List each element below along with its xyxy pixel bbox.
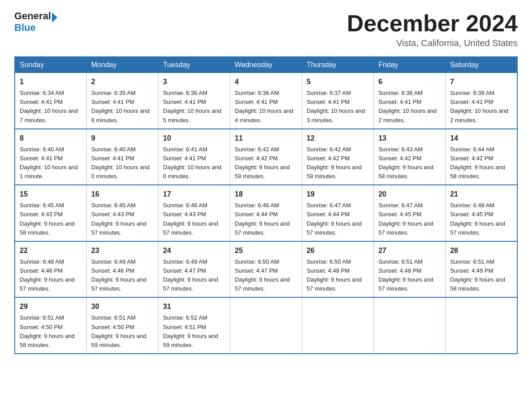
- table-row: 7 Sunrise: 6:39 AMSunset: 4:41 PMDayligh…: [446, 73, 517, 129]
- day-info: Sunrise: 6:35 AMSunset: 4:41 PMDaylight:…: [91, 90, 150, 123]
- calendar-table: Sunday Monday Tuesday Wednesday Thursday…: [14, 56, 518, 354]
- table-row: 19 Sunrise: 6:47 AMSunset: 4:44 PMDaylig…: [302, 185, 373, 241]
- day-info: Sunrise: 6:45 AMSunset: 4:43 PMDaylight:…: [20, 202, 75, 235]
- table-row: 22 Sunrise: 6:48 AMSunset: 4:46 PMDaylig…: [15, 241, 86, 298]
- day-number: 3: [163, 77, 225, 87]
- table-row: [230, 297, 302, 354]
- table-row: 30 Sunrise: 6:51 AMSunset: 4:50 PMDaylig…: [86, 297, 158, 354]
- table-row: 27 Sunrise: 6:51 AMSunset: 4:48 PMDaylig…: [373, 241, 445, 298]
- day-info: Sunrise: 6:51 AMSunset: 4:48 PMDaylight:…: [378, 258, 433, 292]
- month-title: December 2024: [347, 11, 518, 36]
- day-info: Sunrise: 6:47 AMSunset: 4:45 PMDaylight:…: [378, 202, 433, 235]
- day-number: 16: [91, 189, 154, 200]
- table-row: 29 Sunrise: 6:51 AMSunset: 4:50 PMDaylig…: [15, 297, 86, 354]
- table-row: 16 Sunrise: 6:45 AMSunset: 4:43 PMDaylig…: [86, 185, 158, 241]
- logo: General Blue: [14, 11, 57, 33]
- location-subtitle: Vista, California, United States: [347, 38, 518, 48]
- day-info: Sunrise: 6:51 AMSunset: 4:49 PMDaylight:…: [450, 258, 505, 292]
- day-number: 9: [91, 133, 154, 144]
- day-number: 30: [91, 301, 154, 312]
- table-row: 10 Sunrise: 6:41 AMSunset: 4:41 PMDaylig…: [159, 129, 230, 185]
- day-info: Sunrise: 6:46 AMSunset: 4:43 PMDaylight:…: [163, 202, 218, 235]
- calendar-week-row: 1 Sunrise: 6:34 AMSunset: 4:41 PMDayligh…: [15, 73, 517, 129]
- day-number: 4: [235, 77, 297, 87]
- day-info: Sunrise: 6:51 AMSunset: 4:50 PMDaylight:…: [91, 314, 146, 348]
- day-number: 14: [450, 133, 512, 144]
- day-info: Sunrise: 6:46 AMSunset: 4:44 PMDaylight:…: [235, 202, 290, 235]
- header-sunday: Sunday: [15, 57, 86, 73]
- header: General Blue December 2024 Vista, Califo…: [14, 11, 518, 48]
- table-row: 15 Sunrise: 6:45 AMSunset: 4:43 PMDaylig…: [15, 185, 86, 241]
- day-info: Sunrise: 6:41 AMSunset: 4:41 PMDaylight:…: [163, 146, 221, 180]
- day-info: Sunrise: 6:34 AMSunset: 4:41 PMDaylight:…: [20, 90, 78, 123]
- table-row: 13 Sunrise: 6:43 AMSunset: 4:42 PMDaylig…: [373, 129, 445, 185]
- day-number: 15: [20, 189, 82, 200]
- table-row: 26 Sunrise: 6:50 AMSunset: 4:48 PMDaylig…: [302, 241, 373, 298]
- day-info: Sunrise: 6:39 AMSunset: 4:41 PMDaylight:…: [450, 90, 508, 123]
- table-row: [373, 297, 445, 354]
- day-info: Sunrise: 6:36 AMSunset: 4:41 PMDaylight:…: [163, 90, 221, 123]
- day-info: Sunrise: 6:43 AMSunset: 4:42 PMDaylight:…: [378, 146, 433, 180]
- day-info: Sunrise: 6:50 AMSunset: 4:48 PMDaylight:…: [307, 258, 362, 292]
- table-row: 2 Sunrise: 6:35 AMSunset: 4:41 PMDayligh…: [86, 73, 158, 129]
- header-tuesday: Tuesday: [159, 57, 230, 73]
- day-number: 13: [378, 133, 441, 144]
- day-number: 31: [163, 301, 225, 312]
- day-number: 8: [20, 133, 82, 144]
- day-number: 29: [20, 301, 82, 312]
- day-info: Sunrise: 6:52 AMSunset: 4:51 PMDaylight:…: [163, 314, 218, 348]
- table-row: 5 Sunrise: 6:37 AMSunset: 4:41 PMDayligh…: [302, 73, 373, 129]
- header-saturday: Saturday: [446, 57, 517, 73]
- table-row: 8 Sunrise: 6:40 AMSunset: 4:41 PMDayligh…: [15, 129, 86, 185]
- table-row: 17 Sunrise: 6:46 AMSunset: 4:43 PMDaylig…: [159, 185, 230, 241]
- day-number: 6: [378, 77, 441, 87]
- day-info: Sunrise: 6:40 AMSunset: 4:41 PMDaylight:…: [91, 146, 150, 180]
- day-number: 20: [378, 189, 441, 200]
- day-number: 28: [450, 245, 512, 256]
- day-info: Sunrise: 6:36 AMSunset: 4:41 PMDaylight:…: [235, 90, 293, 123]
- table-row: 4 Sunrise: 6:36 AMSunset: 4:41 PMDayligh…: [230, 73, 302, 129]
- logo-blue: Blue: [14, 22, 36, 33]
- table-row: 21 Sunrise: 6:48 AMSunset: 4:45 PMDaylig…: [446, 185, 517, 241]
- day-info: Sunrise: 6:44 AMSunset: 4:42 PMDaylight:…: [450, 146, 505, 180]
- day-number: 5: [307, 77, 369, 87]
- table-row: 6 Sunrise: 6:38 AMSunset: 4:41 PMDayligh…: [373, 73, 445, 129]
- logo-arrow-icon: [52, 13, 57, 22]
- day-info: Sunrise: 6:42 AMSunset: 4:42 PMDaylight:…: [235, 146, 290, 180]
- header-wednesday: Wednesday: [230, 57, 302, 73]
- day-number: 27: [378, 245, 441, 256]
- day-number: 12: [307, 133, 369, 144]
- day-number: 18: [235, 189, 297, 200]
- table-row: 24 Sunrise: 6:49 AMSunset: 4:47 PMDaylig…: [159, 241, 230, 298]
- day-info: Sunrise: 6:42 AMSunset: 4:42 PMDaylight:…: [307, 146, 362, 180]
- day-info: Sunrise: 6:47 AMSunset: 4:44 PMDaylight:…: [307, 202, 362, 235]
- calendar-week-row: 8 Sunrise: 6:40 AMSunset: 4:41 PMDayligh…: [15, 129, 517, 185]
- table-row: 12 Sunrise: 6:42 AMSunset: 4:42 PMDaylig…: [302, 129, 373, 185]
- day-number: 19: [307, 189, 369, 200]
- table-row: 9 Sunrise: 6:40 AMSunset: 4:41 PMDayligh…: [86, 129, 158, 185]
- day-number: 26: [307, 245, 369, 256]
- day-number: 21: [450, 189, 512, 200]
- table-row: 25 Sunrise: 6:50 AMSunset: 4:47 PMDaylig…: [230, 241, 302, 298]
- table-row: 23 Sunrise: 6:49 AMSunset: 4:46 PMDaylig…: [86, 241, 158, 298]
- title-area: December 2024 Vista, California, United …: [347, 11, 518, 48]
- day-number: 10: [163, 133, 225, 144]
- table-row: 20 Sunrise: 6:47 AMSunset: 4:45 PMDaylig…: [373, 185, 445, 241]
- table-row: [302, 297, 373, 354]
- day-info: Sunrise: 6:40 AMSunset: 4:41 PMDaylight:…: [20, 146, 78, 180]
- day-info: Sunrise: 6:51 AMSunset: 4:50 PMDaylight:…: [20, 314, 75, 348]
- day-number: 23: [91, 245, 154, 256]
- day-number: 11: [235, 133, 297, 144]
- table-row: 31 Sunrise: 6:52 AMSunset: 4:51 PMDaylig…: [159, 297, 230, 354]
- day-info: Sunrise: 6:48 AMSunset: 4:45 PMDaylight:…: [450, 202, 505, 235]
- table-row: 18 Sunrise: 6:46 AMSunset: 4:44 PMDaylig…: [230, 185, 302, 241]
- weekday-header-row: Sunday Monday Tuesday Wednesday Thursday…: [15, 57, 517, 73]
- calendar-week-row: 29 Sunrise: 6:51 AMSunset: 4:50 PMDaylig…: [15, 297, 517, 354]
- table-row: 28 Sunrise: 6:51 AMSunset: 4:49 PMDaylig…: [446, 241, 517, 298]
- header-thursday: Thursday: [302, 57, 373, 73]
- day-info: Sunrise: 6:49 AMSunset: 4:47 PMDaylight:…: [163, 258, 218, 292]
- day-number: 1: [20, 77, 82, 87]
- day-number: 17: [163, 189, 225, 200]
- day-number: 24: [163, 245, 225, 256]
- table-row: 3 Sunrise: 6:36 AMSunset: 4:41 PMDayligh…: [159, 73, 230, 129]
